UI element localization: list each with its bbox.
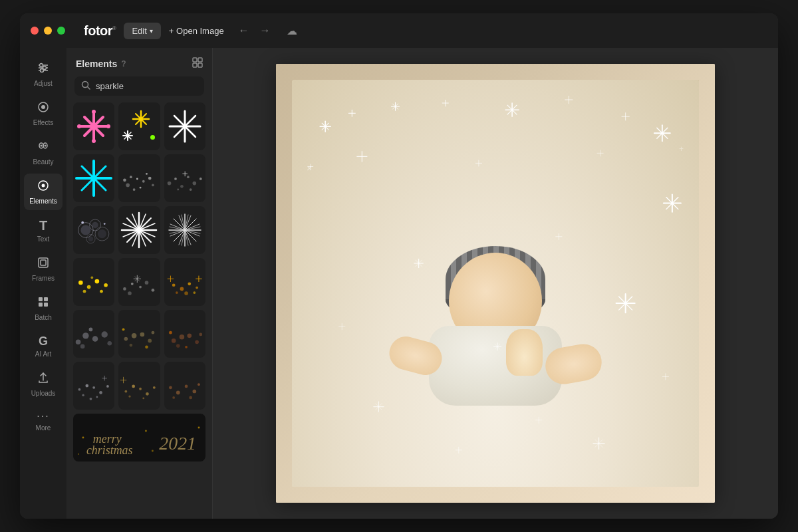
cloud-button[interactable]: ☁ — [283, 22, 301, 40]
svg-rect-23 — [198, 63, 202, 67]
svg-point-70 — [189, 188, 192, 191]
element-fine-silver-scatter[interactable] — [73, 362, 114, 410]
element-dot-scatter-2[interactable] — [164, 154, 205, 202]
sidebar-label-adjust: Adjust — [34, 80, 53, 87]
svg-point-13 — [42, 184, 45, 188]
sidebar-item-elements[interactable]: Elements — [24, 174, 63, 210]
svg-point-132 — [76, 339, 81, 344]
element-mixed-dots[interactable] — [118, 310, 160, 358]
element-large-silver-scatter[interactable] — [73, 310, 114, 358]
canvas-area: × + — [213, 48, 778, 519]
minimize-window-button[interactable] — [44, 27, 52, 35]
elements-row-7: merry christmas 2021 — [73, 414, 205, 462]
svg-point-81 — [81, 221, 84, 224]
svg-point-91 — [137, 228, 141, 232]
baby-body — [389, 253, 602, 426]
sidebar-item-text[interactable]: T Text — [24, 213, 63, 248]
element-silver-scatter[interactable] — [118, 154, 160, 202]
element-cyan-star[interactable] — [73, 154, 114, 202]
svg-point-60 — [140, 186, 142, 188]
batch-icon — [37, 295, 50, 312]
svg-point-185 — [145, 430, 147, 432]
panel-info-icon[interactable]: ? — [121, 59, 126, 68]
svg-point-135 — [92, 336, 98, 341]
element-gold-fine-scatter[interactable] — [118, 362, 160, 410]
svg-point-82 — [104, 223, 106, 225]
svg-point-115 — [145, 281, 149, 285]
element-multi-star[interactable] — [118, 102, 160, 150]
svg-point-106 — [95, 279, 100, 283]
svg-point-3 — [40, 64, 43, 67]
search-bar: × — [74, 76, 204, 96]
svg-point-166 — [132, 384, 136, 388]
sidebar-label-elements: Elements — [29, 198, 57, 205]
element-grey-sparkle-scatter[interactable] — [118, 258, 160, 306]
svg-point-159 — [99, 391, 102, 394]
ai-art-icon: G — [39, 334, 48, 348]
elements-row-6 — [73, 362, 205, 410]
svg-point-78 — [98, 229, 106, 238]
window-controls — [31, 27, 65, 35]
sidebar-item-frames[interactable]: Frames — [24, 251, 63, 287]
sidebar-item-adjust[interactable]: Adjust — [24, 56, 63, 92]
titlebar: fotor® Edit ▾ + Open Image ← → ☁ — [20, 13, 778, 48]
close-window-button[interactable] — [31, 27, 39, 35]
svg-point-134 — [80, 344, 85, 348]
svg-text:christmas: christmas — [86, 444, 133, 457]
edit-menu-button[interactable]: Edit ▾ — [124, 23, 160, 39]
svg-point-69 — [177, 188, 179, 190]
svg-point-111 — [123, 287, 126, 291]
panel-grid-button[interactable] — [192, 57, 203, 70]
element-white-star-burst[interactable] — [164, 102, 205, 150]
svg-point-152 — [199, 332, 202, 336]
photo-inner: × + — [292, 80, 699, 487]
svg-rect-15 — [41, 260, 46, 265]
beauty-icon — [37, 140, 50, 156]
elements-row-5 — [73, 310, 205, 358]
element-thin-radial-burst[interactable] — [164, 206, 205, 254]
elements-row-2 — [73, 154, 205, 202]
svg-point-62 — [146, 173, 148, 175]
maximize-window-button[interactable] — [57, 27, 65, 35]
sidebar-item-effects[interactable]: Effects — [24, 95, 63, 132]
sidebar-label-effects: Effects — [33, 119, 53, 126]
element-bokeh-circles[interactable] — [73, 206, 114, 254]
svg-point-104 — [78, 280, 83, 285]
elements-panel: Elements ? — [66, 48, 213, 519]
svg-point-184 — [82, 437, 84, 439]
svg-point-168 — [139, 387, 142, 390]
search-icon — [81, 80, 90, 92]
app-logo: fotor® — [84, 23, 116, 39]
adjust-icon — [37, 61, 50, 78]
svg-point-121 — [172, 283, 175, 287]
svg-point-149 — [176, 344, 180, 348]
search-input[interactable] — [96, 81, 207, 91]
element-warm-dots[interactable] — [164, 362, 205, 410]
svg-point-54 — [130, 176, 132, 178]
element-white-dense-burst[interactable] — [118, 206, 160, 254]
baby-scene: × + — [292, 80, 699, 487]
element-pink-sparkle[interactable] — [73, 102, 114, 150]
svg-point-158 — [92, 386, 95, 388]
forward-button[interactable]: → — [256, 22, 275, 39]
main-content: Adjust Effects — [20, 48, 778, 519]
sidebar-item-batch[interactable]: Batch — [24, 290, 63, 327]
sidebar-item-uploads[interactable]: Uploads — [24, 366, 63, 402]
svg-point-162 — [90, 397, 92, 400]
svg-point-146 — [145, 345, 148, 348]
element-golden-scatter[interactable] — [164, 258, 205, 306]
svg-point-123 — [176, 291, 178, 294]
element-merry-christmas[interactable]: merry christmas 2021 — [73, 414, 205, 462]
sidebar-label-text: Text — [37, 235, 49, 243]
back-button[interactable]: ← — [235, 22, 253, 39]
svg-point-113 — [128, 291, 132, 295]
sidebar-item-beauty[interactable]: Beauty — [24, 134, 63, 171]
svg-point-169 — [146, 392, 149, 395]
sidebar-item-more[interactable]: ··· More — [24, 405, 63, 437]
element-reddish-scatter[interactable] — [164, 310, 205, 358]
svg-point-74 — [80, 225, 90, 235]
sidebar-item-ai-art[interactable]: G AI Art — [24, 329, 63, 363]
svg-rect-18 — [39, 303, 43, 307]
open-image-button[interactable]: + Open Image — [169, 26, 224, 36]
element-yellow-dots-scatter[interactable] — [73, 258, 114, 306]
